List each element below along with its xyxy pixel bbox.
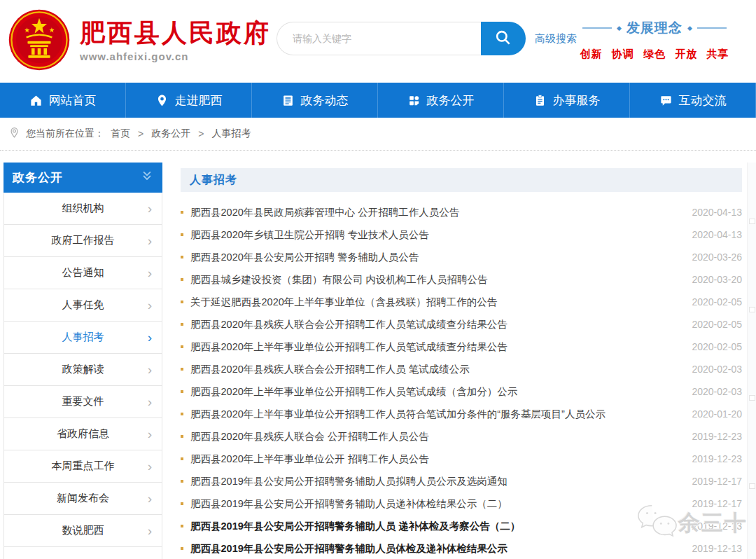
news-title-link[interactable]: 肥西县2019年县公安局公开招聘警务辅助人员递补体检结果公示（二）: [190, 497, 682, 511]
sidebar-item-label: 政策解读: [62, 363, 104, 376]
bullet-square-icon: [181, 323, 183, 326]
sidebar-item-label: 数说肥西: [62, 524, 104, 537]
news-title-link[interactable]: 关于延迟肥西县2020年上半年事业单位（含县残联）招聘工作的公告: [190, 296, 682, 309]
news-row: 肥西县2020年上半年事业单位公开招聘工作人员笔试成绩（含加分）公示 2020-…: [181, 380, 742, 403]
location-pin-icon: [155, 94, 169, 107]
sidebar-item[interactable]: 人事任免 ›: [4, 289, 162, 322]
search-icon: [494, 29, 512, 49]
bullet-square-icon: [181, 502, 183, 505]
breadcrumb-current: 人事招考: [211, 127, 251, 140]
news-row: 关于延迟肥西县2020年上半年事业单位（含县残联）招聘工作的公告 2020-02…: [181, 291, 742, 313]
sidebar-item-label: 本周重点工作: [52, 460, 115, 473]
nav-label: 走进肥西: [175, 92, 223, 109]
chevron-right-icon: ›: [148, 266, 152, 280]
news-title-link[interactable]: 肥西县2020年县公安局公开招聘 警务辅助人员公告: [190, 251, 682, 264]
news-date: 2020-02-05: [692, 296, 742, 308]
nav-item-about[interactable]: 走进肥西: [125, 83, 251, 118]
section-header: 人事招考: [181, 168, 742, 192]
floating-widget-edge[interactable]: [749, 395, 755, 401]
news-date: 2020-02-03: [692, 386, 742, 397]
nav-item-services[interactable]: 办事服务: [503, 83, 629, 118]
sidebar-item[interactable]: 政策解读 ›: [4, 354, 162, 386]
nav-item-interaction[interactable]: 互动交流: [629, 83, 756, 118]
search-input[interactable]: [276, 22, 481, 55]
nav-label: 政务动态: [301, 92, 349, 109]
chevron-right-icon: ›: [148, 460, 152, 473]
breadcrumb-gov-info[interactable]: 政务公开: [151, 127, 190, 140]
sidebar-item[interactable]: 重要文件 ›: [4, 386, 162, 418]
news-date: 2020-02-05: [692, 341, 742, 352]
site-header: 肥西县人民政府 www.ahfeixi.gov.cn 高级搜索 ◆ 发展理念 ◆…: [0, 0, 756, 83]
news-doc-icon: [281, 94, 295, 107]
sidebar-item[interactable]: 省政府信息 ›: [4, 418, 162, 450]
news-title-link[interactable]: 肥西县城乡建设投资（集团）有限公司 内设机构工作人员招聘公告: [190, 273, 682, 287]
news-title-link[interactable]: 肥西县2020年上半年事业单位公开招聘工作人员笔试成绩（含加分）公示: [190, 385, 682, 399]
concept-title: 发展理念: [626, 19, 682, 37]
sidebar-item-label: 人事招考: [62, 331, 104, 344]
news-title-link[interactable]: 肥西县2020年县残疾人联合会 公开招聘工作人员公告: [190, 430, 682, 443]
sidebar-item[interactable]: 本周重点工作 ›: [4, 450, 162, 483]
news-date: 2020-04-13: [692, 207, 742, 218]
news-title-link[interactable]: 肥西县2020年上半年事业单位公开 招聘工作人员公告: [190, 453, 682, 466]
breadcrumb-prefix: 您当前所在位置：: [26, 127, 104, 140]
chevron-right-icon: ›: [148, 363, 152, 376]
sidebar-header[interactable]: 政务公开: [4, 163, 162, 193]
news-title-link[interactable]: 肥西县2020年县残疾人联合会公开招聘工作人员笔试成绩查分结果公告: [190, 318, 682, 331]
sidebar-item[interactable]: 组织机构 ›: [4, 193, 162, 225]
sidebar-item[interactable]: 政府工作报告 ›: [4, 225, 162, 257]
sidebar-item-label: 政府工作报告: [52, 234, 115, 247]
floating-widget-edge[interactable]: [749, 483, 755, 489]
news-title-link[interactable]: 肥西县2019年县公安局公开招聘警务辅助人员体检及递补体检结果公示: [190, 542, 682, 555]
bullet-square-icon: [181, 390, 183, 393]
floating-widget-edge[interactable]: [749, 219, 755, 224]
floating-widget-edge[interactable]: [749, 307, 755, 312]
home-icon: [29, 94, 43, 107]
chat-bubble-icon: [659, 94, 673, 107]
news-list: 肥西县2020年县民政局殡葬管理中心 公开招聘工作人员公告 2020-04-13…: [181, 201, 742, 559]
news-row: 肥西县2019年县公安局公开招聘警务辅助人员拟聘人员公示及选岗通知 2019-1…: [181, 470, 742, 492]
sidebar-item-label: 人事任免: [62, 298, 104, 312]
sidebar-item-label: 组织机构: [62, 202, 104, 215]
search-button[interactable]: [481, 22, 526, 55]
nav-item-home[interactable]: 网站首页: [0, 83, 125, 118]
sidebar-item[interactable]: 公告通知 ›: [4, 257, 162, 289]
chevron-right-icon: ›: [148, 298, 152, 312]
decor-line: [697, 27, 727, 29]
content-area: 政务公开 组织机构 › 政府工作报告 › 公告通知: [0, 151, 756, 547]
news-date: 2020-02-05: [692, 319, 742, 330]
double-chevron-down-icon: [141, 170, 153, 185]
sidebar: 政务公开 组织机构 › 政府工作报告 › 公告通知: [4, 163, 162, 547]
nav-item-gov-info[interactable]: 政务公开: [377, 83, 503, 118]
sidebar-item[interactable]: 数说肥西 ›: [4, 515, 162, 547]
breadcrumb-separator: >: [198, 128, 204, 139]
main-nav: 网站首页 走进肥西 政务动态 政务公开 办事服务 互动交流: [0, 83, 756, 118]
news-row: 肥西县2020年上半年事业单位公开 招聘工作人员公告 2019-12-23: [181, 448, 742, 470]
news-title-link[interactable]: 肥西县2020年上半年事业单位公开招聘工作人员笔试成绩查分结果公告: [190, 340, 682, 354]
sidebar-item[interactable]: 新闻发布会 ›: [4, 483, 162, 515]
chevron-right-icon: ›: [148, 395, 152, 408]
news-row: 肥西县2019年县公安局公开招聘警务辅助人员 递补体检及考察公告（二） 2019…: [181, 515, 742, 537]
news-row: 肥西县2020年上半年事业单位公开招聘工作人员笔试成绩查分结果公告 2020-0…: [181, 336, 742, 358]
nav-item-news[interactable]: 政务动态: [251, 83, 377, 118]
bullet-square-icon: [181, 256, 183, 258]
sidebar-title: 政务公开: [13, 170, 63, 186]
sidebar-item[interactable]: 人事招考 ›: [4, 322, 162, 354]
news-date: 2020-01-20: [692, 408, 742, 420]
site-logo[interactable]: 肥西县人民政府 www.ahfeixi.gov.cn: [7, 8, 271, 75]
news-title-link[interactable]: 肥西县2020年乡镇卫生院公开招聘 专业技术人员公告: [190, 228, 682, 242]
breadcrumb-home[interactable]: 首页: [111, 127, 130, 140]
news-title-link[interactable]: 肥西县2020年县民政局殡葬管理中心 公开招聘工作人员公告: [190, 206, 682, 219]
national-emblem-icon: [7, 8, 71, 75]
news-title-link[interactable]: 肥西县2020年县残疾人联合会公开招聘工作人员 笔试成绩公示: [190, 363, 682, 376]
chevron-right-icon: ›: [148, 202, 152, 215]
bullet-square-icon: [181, 278, 183, 281]
floating-panel-clipped: [747, 163, 756, 559]
news-title-link[interactable]: 肥西县2019年县公安局公开招聘警务辅助人员拟聘人员公示及选岗通知: [190, 475, 682, 488]
news-date: 2019-12-17: [692, 498, 742, 509]
news-title-link[interactable]: 肥西县2020年上半年事业单位公开招聘工作人员符合笔试加分条件的“服务基层项目”…: [190, 408, 682, 421]
nav-label: 办事服务: [553, 92, 601, 109]
news-title-link[interactable]: 肥西县2019年县公安局公开招聘警务辅助人员 递补体检及考察公告（二）: [190, 520, 682, 533]
clipboard-icon: [533, 94, 547, 107]
news-row: 肥西县2019年县公安局公开招聘警务辅助人员递补体检结果公示（二） 2019-1…: [181, 492, 742, 515]
bullet-square-icon: [181, 457, 183, 460]
